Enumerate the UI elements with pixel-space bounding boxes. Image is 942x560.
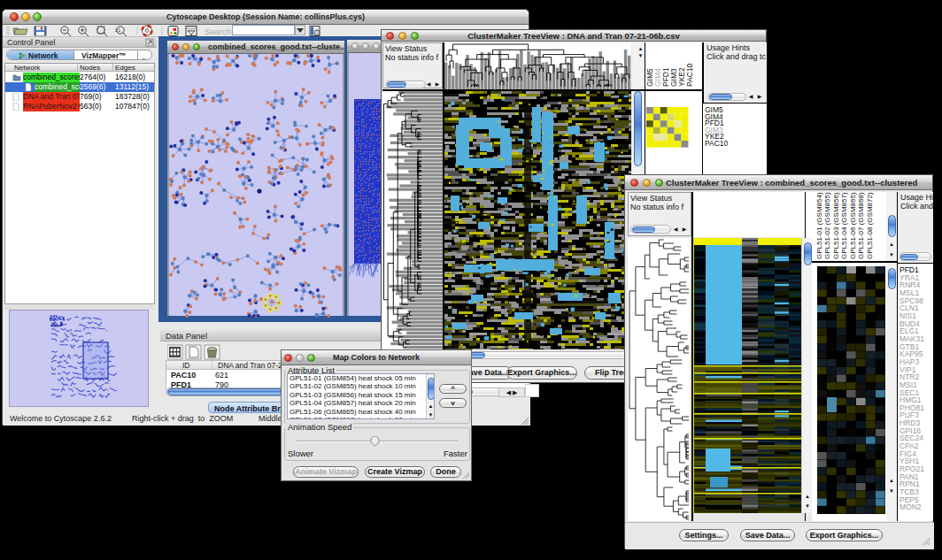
svg-text:1:1: 1:1 (115, 28, 121, 33)
